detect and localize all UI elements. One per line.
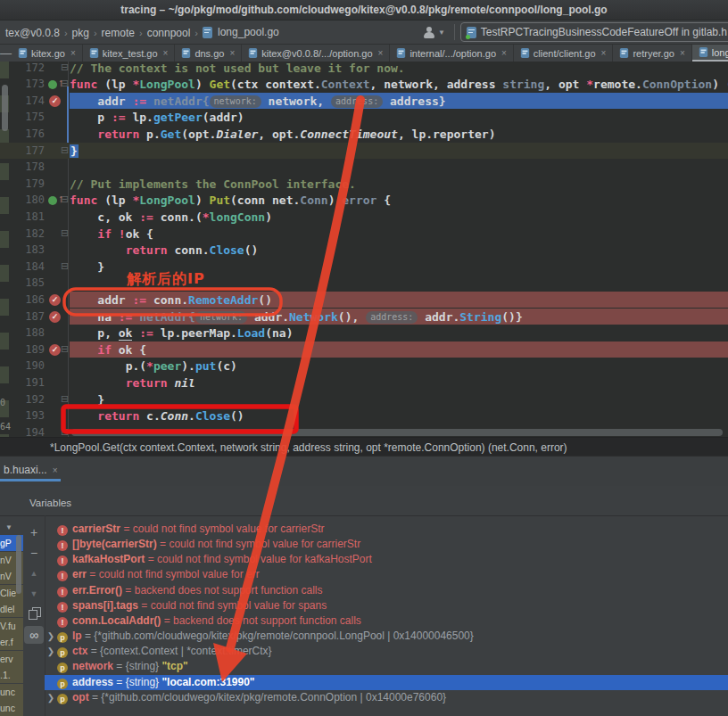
line-number[interactable]: 190	[0, 359, 45, 372]
editor-tab[interactable]: internal/.../option.go×	[390, 45, 513, 62]
editor-tab[interactable]: kitex.go×	[12, 45, 83, 62]
fold-marker-icon[interactable]: ⊟	[61, 62, 69, 73]
stack-frame-item[interactable]: dlel	[0, 601, 23, 617]
editor-tab[interactable]: long_pool.go	[692, 45, 728, 62]
code-line[interactable]: 185	[0, 275, 728, 292]
stack-frame-item[interactable]: er.f	[0, 634, 23, 650]
variable-row[interactable]: ❯popt = {*github.com/cloudwego/kitex/pkg…	[45, 690, 728, 705]
code-editor[interactable]: 172⊟// The context is not used but leave…	[0, 62, 728, 437]
fold-marker-icon[interactable]: ⊟	[61, 227, 69, 239]
close-icon[interactable]: ×	[601, 48, 607, 58]
line-number[interactable]: 184	[0, 260, 45, 273]
close-icon[interactable]: ×	[501, 48, 507, 58]
hide-tabs-icon[interactable]: —	[0, 45, 12, 62]
stack-frame-item[interactable]: unc	[0, 700, 23, 716]
line-number[interactable]: 178	[0, 160, 45, 173]
editor-tab[interactable]: retryer.go×	[613, 45, 691, 62]
variable-row[interactable]: !err = could not find symbol value for e…	[45, 567, 728, 582]
fold-marker-icon[interactable]: ⊟	[61, 144, 69, 156]
user-profile-icon[interactable]	[423, 27, 435, 38]
code-line[interactable]: 180↑⊟func (lp *LongPool) Put(conn net.Co…	[0, 192, 728, 209]
fold-marker-icon[interactable]: ⊟	[61, 78, 69, 89]
code-line[interactable]: 191 return nil	[0, 374, 728, 391]
fold-marker-icon[interactable]: ⊟	[61, 193, 69, 205]
variable-row[interactable]: !conn.LocalAddr() = backend does not sup…	[45, 613, 728, 629]
code-line[interactable]: 175 p := lp.getPeer(addr)	[0, 109, 728, 126]
editor-tab[interactable]: kitex_test.go×	[83, 45, 176, 62]
line-number[interactable]: 173	[0, 78, 45, 90]
close-icon[interactable]: ×	[378, 48, 384, 58]
frames-dropdown-icon[interactable]: ▼	[5, 523, 12, 531]
line-number[interactable]: 172	[0, 62, 45, 74]
code-line[interactable]: 193 return c.Conn.Close()	[0, 407, 728, 424]
close-icon[interactable]: ×	[53, 465, 58, 475]
close-icon[interactable]: ×	[229, 48, 235, 58]
line-number[interactable]: 175	[0, 111, 45, 123]
frames-scrollbar-thumb[interactable]	[16, 535, 21, 594]
line-number[interactable]: 192	[0, 393, 45, 406]
code-line[interactable]: 178	[0, 159, 728, 176]
variable-row[interactable]: ❯pctx = {context.Context | *context.time…	[45, 644, 728, 659]
variable-row[interactable]: !err.Error() = backend does not support …	[45, 583, 728, 598]
verified-breakpoint-icon[interactable]: ✓	[47, 293, 67, 307]
watches-toggle-icon[interactable]: ∞	[24, 626, 44, 644]
code-line[interactable]: 190 p.(*peer).put(c)	[0, 358, 728, 374]
variable-row[interactable]: ![]byte(carrierStr) = could not find sym…	[45, 537, 728, 552]
line-number[interactable]: 176	[0, 128, 45, 140]
line-number[interactable]: 185	[0, 276, 45, 289]
code-line[interactable]: 188 p, ok := lp.peerMap.Load(na)	[0, 325, 728, 342]
add-watch-icon[interactable]: +	[24, 523, 44, 541]
stack-frame-item[interactable]: erv	[0, 651, 23, 667]
variable-row[interactable]: !carrierStr = could not find symbol valu…	[45, 522, 728, 537]
line-number[interactable]: 189	[0, 343, 45, 356]
code-line[interactable]: 192⊟ }	[0, 391, 728, 408]
run-configuration-selector[interactable]: TestRPCTracingBusinessCodeFeatureOff in …	[460, 22, 728, 42]
line-number[interactable]: 193	[0, 409, 45, 422]
line-number[interactable]: 186	[0, 293, 45, 306]
breadcrumb-item[interactable]: pkg	[72, 27, 89, 39]
line-number[interactable]: 174	[0, 95, 45, 107]
code-line[interactable]: 172⊟// The context is not used but leave…	[0, 62, 728, 76]
code-line[interactable]: 181 c, ok := conn.(*longConn)	[0, 209, 728, 226]
breadcrumb-file[interactable]: long_pool.go	[218, 26, 279, 38]
expand-chevron-icon[interactable]: ❯	[45, 644, 57, 659]
code-line[interactable]: 187✓ na := netAddr{network: addr.Network…	[0, 309, 728, 325]
line-number[interactable]: 183	[0, 243, 45, 256]
fold-marker-icon[interactable]: ⊟	[61, 426, 69, 437]
code-line[interactable]: 183 return conn.Close()	[0, 242, 728, 259]
duplicate-icon[interactable]	[24, 605, 44, 623]
move-up-icon[interactable]: ▲	[24, 564, 44, 582]
code-line[interactable]: 176 return p.Get(opt.Dialer, opt.Connect…	[0, 126, 728, 143]
breadcrumb-item[interactable]: connpool	[147, 27, 191, 39]
close-icon[interactable]: ×	[680, 48, 685, 58]
code-line[interactable]: 173↑⊟func (lp *LongPool) Get(ctx context…	[0, 76, 728, 93]
line-number[interactable]: 187	[0, 310, 45, 323]
line-number[interactable]: 188	[0, 326, 45, 339]
breadcrumb-item[interactable]: remote	[102, 27, 135, 39]
line-number[interactable]: 182	[0, 227, 45, 240]
variable-row[interactable]: !spans[i].tags = could not find symbol v…	[45, 598, 728, 613]
code-line[interactable]: 189✓⊟ if ok {	[0, 342, 728, 358]
fold-marker-icon[interactable]: ⊟	[61, 393, 69, 405]
code-line[interactable]: 186✓ addr := conn.RemoteAddr()	[0, 292, 728, 309]
move-down-icon[interactable]: ▼	[24, 585, 44, 603]
code-line[interactable]: 174✓ addr := netAddr{network: network, a…	[0, 93, 728, 110]
verified-breakpoint-icon[interactable]: ✓	[47, 310, 67, 324]
breadcrumb-item[interactable]: tex@v0.0.8	[5, 27, 60, 39]
code-line[interactable]: 177⊟}	[0, 143, 728, 160]
editor-tab[interactable]: dns.go×	[175, 45, 242, 62]
stack-frame-item[interactable]: .1.	[0, 667, 23, 683]
variable-row[interactable]: !kafkaHostPort = could not find symbol v…	[45, 552, 728, 567]
editor-tab[interactable]: client/client.go×	[514, 45, 614, 62]
code-line[interactable]: 184⊟ }	[0, 259, 728, 276]
line-number[interactable]: 180	[0, 193, 45, 206]
expand-chevron-icon[interactable]: ❯	[45, 629, 57, 644]
editor-tab[interactable]: kitex@v0.0.8/.../option.go×	[242, 45, 390, 62]
horizontal-scrollbar[interactable]	[71, 429, 723, 436]
variable-row[interactable]: ❯plp = {*github.com/cloudwego/kitex/pkg/…	[45, 629, 728, 644]
stack-frame-item[interactable]: unc	[0, 684, 23, 700]
line-number[interactable]: 191	[0, 376, 45, 389]
variable-row[interactable]: paddress = {string} "local.com:31990"	[45, 675, 728, 690]
line-number[interactable]: 177	[0, 144, 45, 157]
code-line[interactable]: 179// Put implements the ConnPool interf…	[0, 176, 728, 193]
